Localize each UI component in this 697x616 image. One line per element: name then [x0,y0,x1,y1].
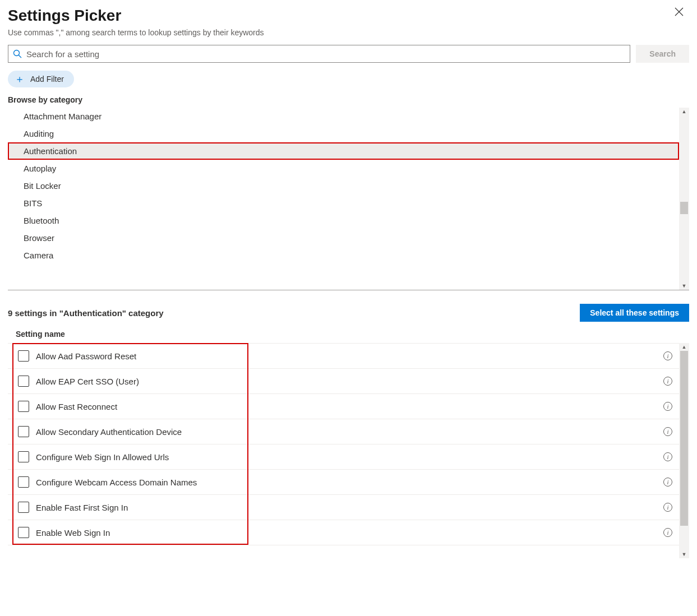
settings-picker-panel: Settings Picker Use commas "," among sea… [0,0,697,558]
filter-row: ＋ Add Filter [8,71,689,87]
info-icon[interactable]: i [663,402,672,411]
info-icon[interactable]: i [663,351,672,360]
info-icon[interactable]: i [663,503,672,512]
panel-title: Settings Picker [8,7,121,25]
info-icon[interactable]: i [663,452,672,461]
scroll-thumb[interactable] [680,351,688,526]
plus-icon: ＋ [15,74,25,84]
setting-checkbox[interactable] [18,350,29,362]
category-item[interactable]: Bluetooth [8,212,679,229]
svg-line-1 [19,55,21,58]
scroll-down-icon[interactable]: ▼ [679,282,689,290]
settings-area: Allow Aad Password ResetiAllow EAP Cert … [8,343,689,558]
setting-checkbox[interactable] [18,426,29,437]
scroll-thumb[interactable] [680,202,688,214]
setting-row[interactable]: Allow Fast Reconnecti [8,394,679,419]
setting-row[interactable]: Enable Fast First Sign Ini [8,495,679,520]
search-box[interactable] [8,45,630,63]
settings-list[interactable]: Allow Aad Password ResetiAllow EAP Cert … [8,343,679,558]
settings-scrollbar[interactable]: ▲ ▼ [679,343,689,558]
panel-subtitle: Use commas "," among search terms to loo… [8,28,689,37]
setting-label: Enable Web Sign In [36,528,663,538]
svg-point-0 [14,50,20,56]
search-icon [13,49,22,58]
setting-label: Allow Aad Password Reset [36,351,663,361]
category-list[interactable]: Attachment ManagerAuditingAuthentication… [8,108,679,285]
info-icon[interactable]: i [663,478,672,487]
category-item[interactable]: BITS [8,194,679,212]
results-count: 9 settings in "Authentication" category [8,308,164,318]
setting-label: Configure Web Sign In Allowed Urls [36,452,663,462]
category-item[interactable]: Auditing [8,125,679,142]
setting-checkbox[interactable] [18,401,29,412]
category-scrollbar[interactable]: ▲ ▼ [679,108,689,290]
setting-checkbox[interactable] [18,502,29,513]
scroll-up-icon[interactable]: ▲ [679,108,689,115]
setting-checkbox[interactable] [18,476,29,488]
panel-header: Settings Picker [8,4,689,25]
setting-checkbox[interactable] [18,376,29,387]
setting-checkbox[interactable] [18,527,29,538]
browse-heading: Browse by category [8,95,689,104]
search-button[interactable]: Search [636,45,689,63]
category-item[interactable]: Attachment Manager [8,108,679,125]
setting-row[interactable]: Configure Webcam Access Domain Namesi [8,470,679,495]
scroll-up-icon[interactable]: ▲ [679,343,689,351]
setting-label: Configure Webcam Access Domain Names [36,478,663,487]
setting-label: Enable Fast First Sign In [36,503,663,512]
setting-label: Allow EAP Cert SSO (User) [36,377,663,386]
close-button[interactable] [675,4,689,18]
category-item[interactable]: Bit Locker [8,177,679,194]
setting-row[interactable]: Configure Web Sign In Allowed Urlsi [8,444,679,470]
setting-label: Allow Fast Reconnect [36,402,663,411]
scroll-down-icon[interactable]: ▼ [679,550,689,558]
setting-row[interactable]: Allow Aad Password Reseti [8,344,679,369]
setting-row[interactable]: Allow Secondary Authentication Devicei [8,419,679,444]
category-area: Attachment ManagerAuditingAuthentication… [8,108,689,290]
category-item[interactable]: Autoplay [8,160,679,177]
search-input[interactable] [26,45,630,62]
setting-row[interactable]: Allow EAP Cert SSO (User)i [8,369,679,394]
info-icon[interactable]: i [663,377,672,386]
setting-checkbox[interactable] [18,451,29,462]
info-icon[interactable]: i [663,427,672,436]
search-row: Search [8,45,689,63]
category-item[interactable]: Authentication [8,142,679,160]
results-header: 9 settings in "Authentication" category … [8,304,689,322]
add-filter-button[interactable]: ＋ Add Filter [8,71,74,87]
setting-label: Allow Secondary Authentication Device [36,427,663,437]
column-header-setting-name: Setting name [8,330,689,339]
add-filter-label: Add Filter [30,75,64,84]
setting-row[interactable]: Enable Web Sign Ini [8,520,679,545]
category-item[interactable]: Browser [8,229,679,247]
close-icon [675,7,684,16]
category-item[interactable]: Camera [8,247,679,264]
info-icon[interactable]: i [663,528,672,537]
select-all-button[interactable]: Select all these settings [580,304,689,322]
